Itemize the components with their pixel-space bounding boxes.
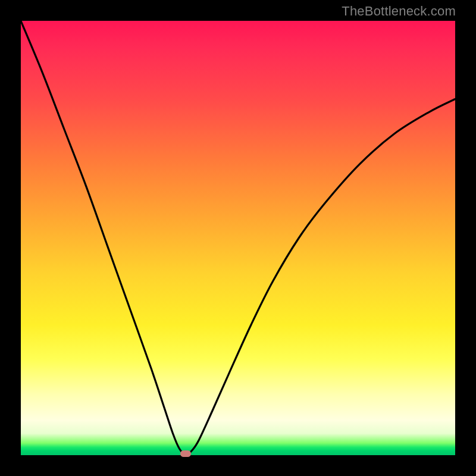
- chart-frame: TheBottleneck.com: [0, 0, 476, 476]
- plot-area: [21, 21, 455, 455]
- bottleneck-curve: [21, 21, 455, 455]
- minimum-marker: [180, 450, 191, 457]
- attribution-text: TheBottleneck.com: [342, 4, 456, 19]
